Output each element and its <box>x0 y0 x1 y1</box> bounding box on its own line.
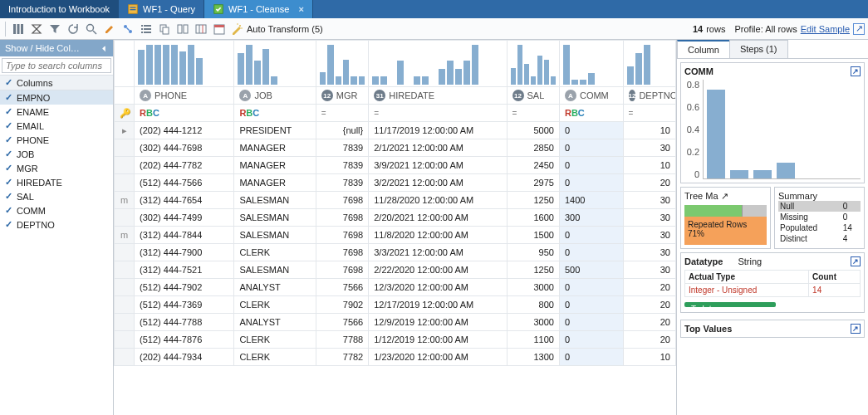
cell-mgr[interactable]: 7788 <box>316 331 368 349</box>
filter-phone[interactable]: RBC <box>135 105 234 122</box>
cell-sal[interactable]: 1300 <box>507 349 559 366</box>
cell-phone[interactable]: (512) 444-7369 <box>135 296 234 314</box>
maximize-icon[interactable]: ↗ <box>853 23 865 35</box>
column-item-job[interactable]: ✓JOB <box>0 147 113 161</box>
col-phone[interactable]: APHONE <box>135 87 234 105</box>
cell-deptno[interactable]: 30 <box>623 244 676 261</box>
cell-phone[interactable]: (202) 444-1212 <box>135 122 234 139</box>
cell-comm[interactable]: 0 <box>559 139 623 157</box>
filter-job[interactable]: RBC <box>234 105 316 122</box>
cell-hiredate[interactable]: 12/9/2019 12:00:00 AM <box>369 314 507 331</box>
cell-deptno[interactable]: 20 <box>623 279 676 296</box>
cell-job[interactable]: SALESMAN <box>234 261 316 279</box>
cell-phone[interactable]: (512) 444-7902 <box>135 279 234 296</box>
filter-sal[interactable]: = <box>507 105 559 122</box>
cell-job[interactable]: CLERK <box>234 349 316 366</box>
link-icon[interactable] <box>120 22 135 37</box>
cell-comm[interactable]: 0 <box>559 349 623 366</box>
right-tab-steps[interactable]: Steps (1) <box>729 40 788 58</box>
column-item-ename[interactable]: ✓ENAME <box>0 105 113 119</box>
cell-deptno[interactable]: 20 <box>623 296 676 314</box>
cell-deptno[interactable]: 20 <box>623 314 676 331</box>
spark-comm[interactable] <box>559 41 623 87</box>
cell-phone[interactable]: (512) 444-7566 <box>135 174 234 192</box>
table-row[interactable]: m(312) 444-7654SALESMAN769811/28/2020 12… <box>115 192 676 209</box>
cell-sal[interactable]: 1250 <box>507 261 559 279</box>
column-item-empno[interactable]: ✓EMPNO <box>0 90 113 105</box>
cell-comm[interactable]: 0 <box>559 122 623 139</box>
datatype-row[interactable]: Integer - Unsigned 14 <box>685 284 861 297</box>
cell-hiredate[interactable]: 1/23/2020 12:00:00 AM <box>369 349 507 366</box>
cell-mgr[interactable]: 7839 <box>316 174 368 192</box>
tab-query[interactable]: WF1 - Query <box>119 0 204 18</box>
cell-hiredate[interactable]: 2/20/2021 12:00:00 AM <box>369 209 507 227</box>
cell-sal[interactable]: 3000 <box>507 314 559 331</box>
cell-job[interactable]: SALESMAN <box>234 209 316 227</box>
row-handle[interactable] <box>115 331 135 349</box>
sigma-icon[interactable] <box>29 22 44 37</box>
cell-deptno[interactable]: 20 <box>623 174 676 192</box>
row-handle[interactable] <box>115 279 135 296</box>
cell-hiredate[interactable]: 11/28/2020 12:00:00 AM <box>369 192 507 209</box>
spark-job[interactable] <box>234 41 316 87</box>
cell-deptno[interactable]: 10 <box>623 349 676 366</box>
cell-job[interactable]: MANAGER <box>234 157 316 174</box>
cell-comm[interactable]: 0 <box>559 331 623 349</box>
cell-phone[interactable]: (302) 444-7698 <box>135 139 234 157</box>
table-row[interactable]: (302) 444-7698MANAGER78392/1/2021 12:00:… <box>115 139 676 157</box>
filter-deptno[interactable]: = <box>623 105 676 122</box>
cell-sal[interactable]: 2450 <box>507 157 559 174</box>
columns-icon[interactable] <box>11 22 26 37</box>
funnel-icon[interactable] <box>47 22 62 37</box>
spark-hiredate[interactable] <box>369 41 507 87</box>
col-mgr[interactable]: 12MGR <box>316 87 368 105</box>
table-row[interactable]: (512) 444-7788ANALYST756612/9/2019 12:00… <box>115 314 676 331</box>
column-item-phone[interactable]: ✓PHONE <box>0 133 113 147</box>
cell-sal[interactable]: 1500 <box>507 227 559 244</box>
edit-sample-link[interactable]: Edit Sample <box>801 24 850 34</box>
cell-job[interactable]: SALESMAN <box>234 192 316 209</box>
table-split-icon[interactable] <box>175 22 190 37</box>
cell-sal[interactable]: 1600 <box>507 209 559 227</box>
cell-deptno[interactable]: 30 <box>623 209 676 227</box>
cell-phone[interactable]: (512) 444-7876 <box>135 331 234 349</box>
row-handle[interactable] <box>115 349 135 366</box>
popout-icon[interactable]: ↗ <box>851 256 861 266</box>
col-job[interactable]: AJOB <box>234 87 316 105</box>
cell-sal[interactable]: 3000 <box>507 279 559 296</box>
cell-job[interactable]: CLERK <box>234 244 316 261</box>
table-merge-icon[interactable] <box>194 22 208 37</box>
row-handle[interactable]: ▸ <box>115 122 135 139</box>
cell-phone[interactable]: (312) 444-7521 <box>135 261 234 279</box>
cell-hiredate[interactable]: 3/2/2021 12:00:00 AM <box>369 174 507 192</box>
cell-mgr[interactable]: 7839 <box>316 157 368 174</box>
cell-job[interactable]: ANALYST <box>234 314 316 331</box>
cell-phone[interactable]: (202) 444-7782 <box>135 157 234 174</box>
col-comm[interactable]: ACOMM <box>559 87 623 105</box>
cell-deptno[interactable]: 30 <box>623 192 676 209</box>
filter-mgr[interactable]: = <box>316 105 368 122</box>
cell-mgr[interactable]: 7566 <box>316 314 368 331</box>
collapse-icon[interactable]: ⏴ <box>101 44 108 52</box>
cell-hiredate[interactable]: 2/1/2021 12:00:00 AM <box>369 139 507 157</box>
col-sal[interactable]: 12SAL <box>507 87 559 105</box>
list-icon[interactable] <box>139 22 154 37</box>
cell-mgr[interactable]: 7902 <box>316 296 368 314</box>
row-handle[interactable]: m <box>115 227 135 244</box>
table-row[interactable]: (202) 444-7782MANAGER78393/9/2021 12:00:… <box>115 157 676 174</box>
spark-sal[interactable] <box>507 41 559 87</box>
cell-sal[interactable]: 5000 <box>507 122 559 139</box>
comm-chart[interactable]: 0.80.60.40.20 <box>684 80 861 179</box>
cell-deptno[interactable]: 30 <box>623 261 676 279</box>
table-row[interactable]: (512) 444-7876CLERK77881/12/2019 12:00:0… <box>115 331 676 349</box>
cell-job[interactable]: MANAGER <box>234 139 316 157</box>
cell-hiredate[interactable]: 2/22/2020 12:00:00 AM <box>369 261 507 279</box>
cell-hiredate[interactable]: 12/17/2019 12:00:00 AM <box>369 296 507 314</box>
cell-phone[interactable]: (302) 444-7499 <box>135 209 234 227</box>
row-handle[interactable] <box>115 296 135 314</box>
row-handle[interactable] <box>115 209 135 227</box>
search-icon[interactable] <box>84 22 99 37</box>
table-row[interactable]: (312) 444-7900CLERK76983/3/2021 12:00:00… <box>115 244 676 261</box>
column-item-mgr[interactable]: ✓MGR <box>0 161 113 175</box>
cell-deptno[interactable]: 10 <box>623 122 676 139</box>
